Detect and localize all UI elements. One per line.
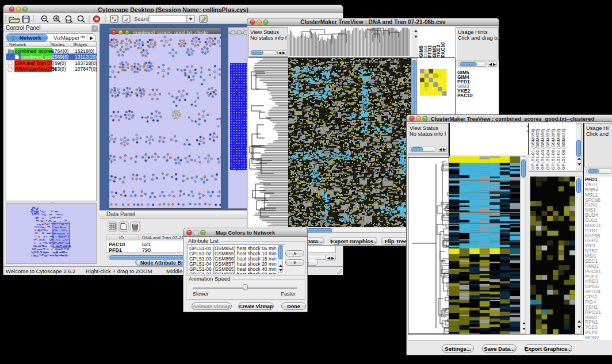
svg-text:GPL51-06 (GSM865): GPL51-06 (GSM865) — [550, 129, 556, 170]
svg-text:GPL51-08 (GSM872): GPL51-08 (GSM872) — [561, 129, 566, 170]
svg-text:GPL51-07 (GSM868): GPL51-07 (GSM868) — [556, 129, 561, 170]
svg-text:GPL51-02 (GSM855): GPL51-02 (GSM855) — [535, 129, 540, 170]
svg-text:GPL51-03 (GSM856): GPL51-03 (GSM856) — [540, 129, 545, 170]
svg-text:PAC10: PAC10 — [440, 42, 446, 58]
svg-text:GPL51-01 (GSM854): GPL51-01 (GSM854) — [530, 129, 536, 170]
svg-text:GPL51-04 (GSM857): GPL51-04 (GSM857) — [545, 129, 550, 170]
